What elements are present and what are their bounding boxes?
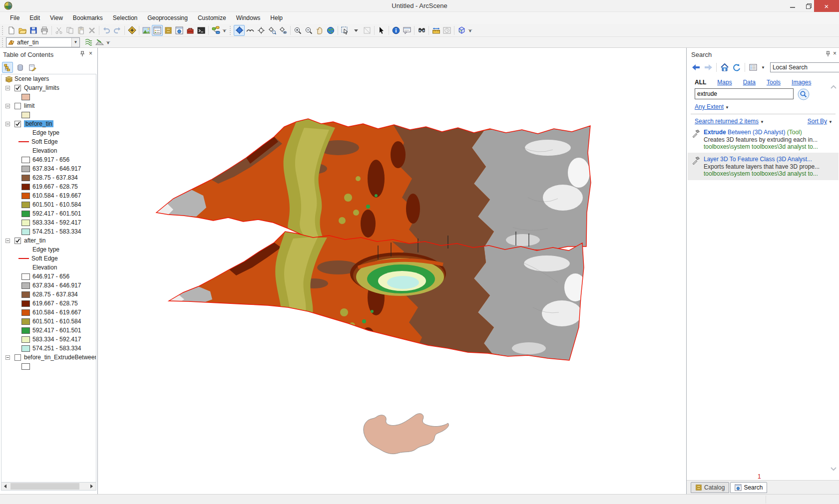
print-icon[interactable]	[39, 25, 50, 36]
caret-down-icon[interactable]: ▼	[761, 65, 765, 70]
menu-item[interactable]: Customize	[193, 13, 231, 23]
menu-item[interactable]: Windows	[231, 13, 266, 23]
layer-label-selected[interactable]: before_tin	[24, 120, 53, 127]
legend-swatch[interactable]	[21, 309, 30, 316]
layer-row-extrude-between[interactable]: before_tin_ExtrudeBetweend	[1, 353, 96, 362]
result-title[interactable]: Extrude Between (3D Analyst) (Tool)	[704, 129, 836, 136]
delete-icon[interactable]	[86, 25, 97, 36]
result-title[interactable]: Layer 3D To Feature Class (3D Analyst...	[704, 156, 836, 163]
menu-item[interactable]: Selection	[108, 13, 142, 23]
toolbar-grip[interactable]	[2, 26, 4, 35]
layer-row-quarry-limits[interactable]: Quarry_limits	[1, 83, 96, 92]
scroll-right-icon[interactable]	[88, 483, 95, 490]
combo-dropdown-icon[interactable]: ▼	[71, 38, 79, 47]
arctoolbox-icon[interactable]	[185, 25, 196, 36]
legend-swatch[interactable]	[21, 336, 30, 343]
search-result-layer-3d-to-feature-class[interactable]: Layer 3D To Feature Class (3D Analyst...…	[688, 153, 839, 180]
legend-swatch[interactable]	[21, 300, 30, 307]
copy-icon[interactable]	[64, 25, 75, 36]
add-basemap-icon[interactable]	[141, 25, 152, 36]
identify-icon[interactable]	[391, 25, 402, 36]
layer-checkbox[interactable]	[14, 103, 21, 109]
legend-swatch[interactable]	[21, 157, 30, 163]
toolbar-options-icon[interactable]: —▼	[221, 25, 228, 36]
forward-icon[interactable]	[703, 62, 714, 73]
home-icon[interactable]	[719, 62, 730, 73]
legend-swatch[interactable]	[21, 211, 30, 217]
filter-tab-tools[interactable]: Tools	[767, 79, 781, 86]
zoom-to-target-icon[interactable]	[267, 25, 278, 36]
modelbuilder-icon[interactable]	[210, 25, 221, 36]
scroll-up-icon[interactable]	[831, 85, 837, 89]
layer-row-limit[interactable]: limit	[1, 101, 96, 110]
menu-item[interactable]: View	[45, 13, 68, 23]
limit-swatch[interactable]	[21, 112, 30, 118]
full-extent-icon[interactable]	[325, 25, 336, 36]
filter-tab-maps[interactable]: Maps	[717, 79, 732, 86]
legend-swatch[interactable]	[21, 282, 30, 289]
table-of-contents-toggle-icon[interactable]	[152, 25, 163, 36]
toolbar-options-icon[interactable]: —▼	[105, 37, 111, 48]
extrude-swatch[interactable]	[21, 363, 30, 370]
time-slider-icon[interactable]	[441, 25, 452, 36]
open-icon[interactable]	[17, 25, 28, 36]
tin-layer-combobox[interactable]: after_tin ▼	[6, 37, 80, 47]
close-button[interactable]: ×	[814, 0, 839, 12]
collapse-icon[interactable]	[5, 86, 10, 90]
extent-filter-link[interactable]: Any Extent▼	[695, 103, 729, 110]
list-by-visibility-icon[interactable]	[27, 62, 38, 73]
collapse-icon[interactable]	[5, 355, 10, 360]
legend-swatch[interactable]	[21, 345, 30, 352]
list-by-source-icon[interactable]	[14, 62, 25, 73]
refresh-icon[interactable]	[731, 62, 742, 73]
center-on-target-icon[interactable]	[256, 25, 267, 36]
legend-swatch[interactable]	[21, 220, 30, 226]
scrollbar-thumb[interactable]	[10, 483, 79, 490]
undo-icon[interactable]	[101, 25, 112, 36]
contour-tool-icon[interactable]	[83, 37, 94, 48]
fly-tool-icon[interactable]	[245, 25, 256, 36]
python-window-icon[interactable]	[196, 25, 207, 36]
scroll-left-icon[interactable]	[1, 483, 9, 490]
pin-icon[interactable]	[826, 51, 831, 57]
pan-tool-icon[interactable]	[314, 25, 325, 36]
catalog-window-icon[interactable]	[163, 25, 174, 36]
clip-plane-icon[interactable]	[362, 25, 373, 36]
search-result-extrude-between[interactable]: Extrude Between (3D Analyst) (Tool) Crea…	[688, 126, 839, 153]
layer-checkbox[interactable]	[14, 354, 21, 361]
search-window-icon[interactable]	[174, 25, 185, 36]
search-scope-combobox[interactable]: Local Search ▼	[770, 62, 839, 72]
close-icon[interactable]: ×	[833, 50, 837, 57]
paste-icon[interactable]	[75, 25, 86, 36]
zoom-in-icon[interactable]	[292, 25, 303, 36]
filter-tab-images[interactable]: Images	[792, 79, 811, 86]
legend-swatch[interactable]	[21, 193, 30, 199]
view-settings-cube-icon[interactable]	[456, 25, 467, 36]
legend-swatch[interactable]	[21, 291, 30, 298]
layer-label[interactable]: limit	[24, 102, 34, 109]
toolbar-options-icon[interactable]: —▼	[467, 25, 473, 36]
filter-tab-data[interactable]: Data	[743, 79, 756, 86]
filter-tab-all[interactable]: ALL	[695, 79, 706, 86]
legend-swatch[interactable]	[21, 184, 30, 190]
legend-swatch[interactable]	[21, 175, 30, 181]
scene-3d-view[interactable]	[98, 48, 686, 494]
cut-icon[interactable]	[53, 25, 64, 36]
set-observer-icon[interactable]	[278, 25, 289, 36]
legend-swatch[interactable]	[21, 202, 30, 208]
close-icon[interactable]: ×	[89, 50, 92, 57]
caret-down-icon[interactable]	[351, 25, 362, 36]
sort-by-link[interactable]: Sort By	[808, 118, 827, 125]
menu-item[interactable]: Edit	[24, 13, 45, 23]
back-icon[interactable]	[691, 62, 702, 73]
layer-label[interactable]: after_tin	[24, 237, 45, 244]
layer-label[interactable]: Quarry_limits	[24, 84, 59, 91]
legend-swatch[interactable]	[21, 229, 30, 235]
legend-swatch[interactable]	[21, 273, 30, 280]
collapse-icon[interactable]	[5, 104, 10, 108]
layer-label[interactable]: before_tin_ExtrudeBetweend	[24, 354, 96, 361]
redo-icon[interactable]	[112, 25, 123, 36]
result-path[interactable]: toolboxes\system toolboxes\3d analyst to…	[704, 170, 836, 177]
layer-checkbox[interactable]	[14, 238, 21, 244]
menu-item[interactable]: Help	[265, 13, 288, 23]
